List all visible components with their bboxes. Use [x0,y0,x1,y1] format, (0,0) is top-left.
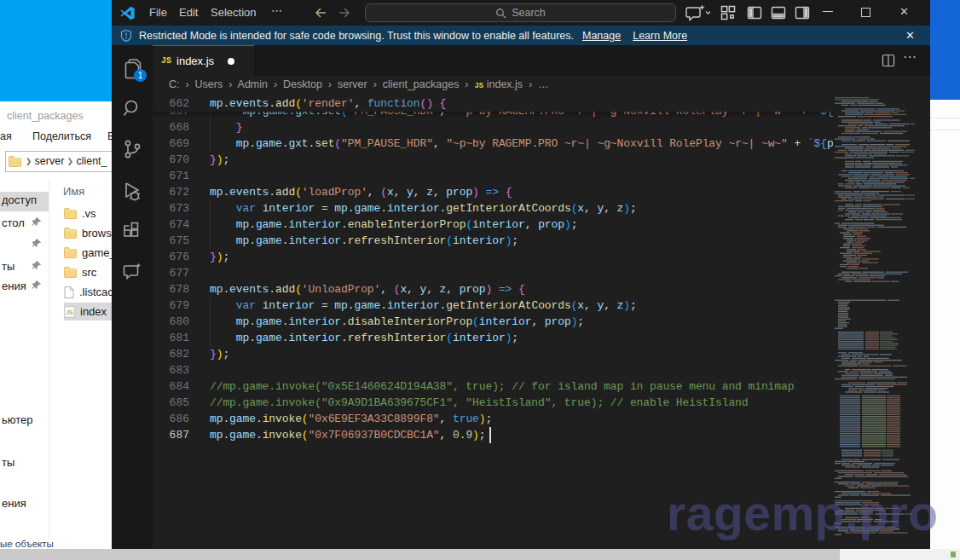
svg-text:JS: JS [66,309,73,315]
